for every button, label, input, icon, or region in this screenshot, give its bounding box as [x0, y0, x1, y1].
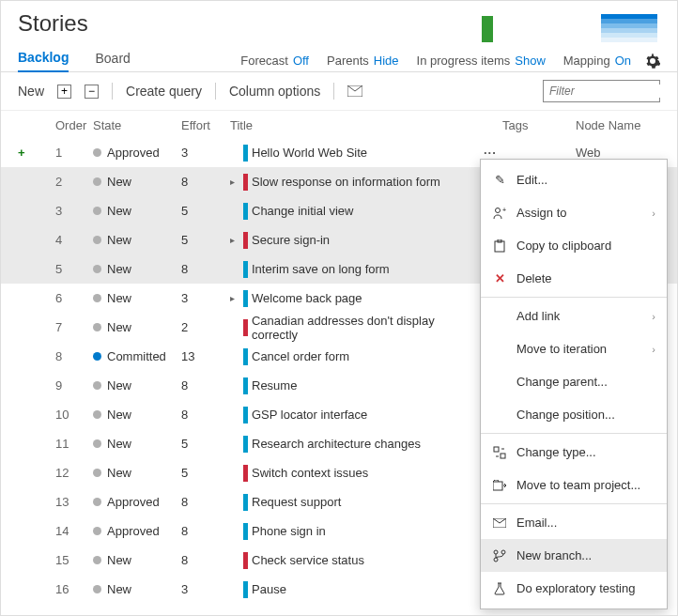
order-cell: 10 — [55, 408, 93, 422]
state-cell: New — [93, 437, 181, 451]
title-cell[interactable]: ▸Check service status — [230, 552, 484, 569]
ctx-addlink-label: Add link — [516, 309, 560, 323]
grid-header: Order State Effort Title Tags Node Name — [1, 111, 677, 138]
title-text: Research architecture changes — [252, 437, 421, 451]
chevron-right-icon: › — [652, 344, 655, 355]
title-cell[interactable]: ▸Interim save on long form — [230, 261, 484, 278]
forecast-toggle[interactable]: Off — [293, 54, 309, 68]
title-cell[interactable]: ▸Hello World Web Site — [230, 145, 484, 162]
col-state[interactable]: State — [93, 118, 181, 132]
parents-toggle[interactable]: Hide — [374, 54, 399, 68]
state-text: New — [107, 262, 131, 276]
title-cell[interactable]: ▸Resume — [230, 377, 484, 394]
title-cell[interactable]: ▸Slow response on information form — [230, 174, 484, 191]
title-cell[interactable]: ▸Switch context issues — [230, 465, 484, 482]
title-cell[interactable]: ▸Request support — [230, 494, 484, 511]
progress-toggle[interactable]: Show — [515, 54, 546, 68]
ctx-change-position[interactable]: Change position... — [481, 398, 667, 431]
work-item-color-bar — [243, 581, 248, 598]
ctx-exploratory-testing[interactable]: Do exploratory testing — [481, 572, 667, 605]
title-cell[interactable]: ▸GSP locator interface — [230, 407, 484, 424]
title-cell[interactable]: ▸Phone sign in — [230, 523, 484, 540]
filter-input[interactable] — [549, 85, 678, 98]
ctx-copy[interactable]: Copy to clipboard — [481, 229, 667, 262]
state-cell: Committed — [93, 349, 181, 363]
state-text: New — [107, 466, 131, 480]
svg-point-11 — [494, 550, 498, 554]
title-cell[interactable]: ▸Pause — [230, 581, 484, 598]
state-dot-icon — [93, 498, 101, 506]
svg-point-12 — [501, 550, 505, 554]
branch-icon — [492, 548, 507, 563]
separator — [481, 297, 667, 298]
state-cell: New — [93, 408, 181, 422]
title-cell[interactable]: ▸Secure sign-in — [230, 232, 484, 249]
title-text: Change initial view — [252, 204, 353, 218]
ctx-move-project[interactable]: Move to team project... — [481, 469, 667, 501]
ctx-edit[interactable]: ✎Edit... — [481, 163, 667, 196]
ctx-add-link[interactable]: Add link› — [481, 300, 667, 332]
separator — [481, 433, 667, 434]
ctx-chparent-label: Change parent... — [516, 375, 608, 389]
tab-board[interactable]: Board — [95, 51, 130, 71]
row-actions-icon[interactable]: ··· — [484, 146, 502, 160]
title-cell[interactable]: ▸Cancel order form — [230, 348, 484, 365]
title-text: Interim save on long form — [252, 262, 390, 276]
title-cell[interactable]: ▸Research architecture changes — [230, 436, 484, 453]
work-item-color-bar — [243, 523, 248, 540]
order-cell: 13 — [55, 495, 93, 509]
column-options-button[interactable]: Column options — [229, 84, 320, 99]
col-effort[interactable]: Effort — [181, 118, 230, 132]
state-dot-icon — [93, 469, 101, 477]
filter-input-container[interactable] — [543, 80, 660, 102]
new-button[interactable]: New — [18, 84, 44, 99]
state-dot-icon — [93, 236, 101, 244]
ctx-email[interactable]: Email... — [481, 506, 667, 539]
title-cell[interactable]: ▸Canadian addresses don't display correc… — [230, 314, 484, 342]
ctx-newbranch-label: New branch... — [516, 548, 592, 562]
effort-cell: 8 — [181, 378, 230, 393]
col-node[interactable]: Node Name — [576, 118, 660, 132]
col-title[interactable]: Title — [230, 118, 502, 132]
col-order[interactable]: Order — [55, 118, 93, 132]
cumulative-flow-chart[interactable] — [482, 10, 660, 42]
title-text: Switch context issues — [252, 466, 368, 480]
add-row-icon[interactable]: + — [18, 146, 35, 160]
tab-backlog[interactable]: Backlog — [18, 50, 69, 72]
chevron-right-icon[interactable]: ▸ — [230, 293, 239, 303]
state-dot-icon — [93, 381, 101, 390]
state-dot-icon — [93, 265, 101, 273]
chevron-right-icon[interactable]: ▸ — [230, 235, 239, 245]
order-cell: 12 — [55, 466, 93, 480]
ctx-delete[interactable]: ✕Delete — [481, 262, 667, 295]
chevron-right-icon[interactable]: ▸ — [230, 177, 239, 187]
create-query-button[interactable]: Create query — [126, 84, 202, 99]
effort-cell: 5 — [181, 204, 230, 218]
expand-icon[interactable]: + — [57, 85, 71, 99]
person-icon: + — [492, 206, 507, 221]
title-cell[interactable]: ▸Change initial view — [230, 203, 484, 220]
collapse-icon[interactable]: − — [85, 85, 99, 99]
title-text: Secure sign-in — [252, 233, 330, 247]
state-text: Approved — [107, 495, 160, 509]
ctx-new-branch[interactable]: New branch... — [481, 539, 667, 572]
state-dot-icon — [93, 352, 101, 361]
work-item-color-bar — [243, 494, 248, 511]
ctx-move-iteration[interactable]: Move to iteration› — [481, 332, 667, 365]
state-text: New — [107, 175, 131, 189]
ctx-change-parent[interactable]: Change parent... — [481, 365, 667, 398]
ctx-assign-to[interactable]: +Assign to› — [481, 196, 667, 229]
effort-cell: 8 — [181, 175, 230, 189]
delete-icon: ✕ — [492, 271, 507, 286]
email-icon[interactable] — [347, 85, 362, 97]
mapping-toggle[interactable]: On — [615, 54, 631, 68]
ctx-change-type[interactable]: Change type... — [481, 436, 667, 469]
state-text: New — [107, 582, 131, 596]
gear-icon[interactable] — [645, 54, 660, 69]
col-tags[interactable]: Tags — [502, 118, 576, 132]
work-item-color-bar — [243, 174, 248, 191]
title-cell[interactable]: ▸Welcome back page — [230, 290, 484, 307]
svg-text:+: + — [502, 207, 506, 213]
ctx-delete-label: Delete — [516, 271, 552, 285]
effort-cell: 8 — [181, 553, 230, 567]
